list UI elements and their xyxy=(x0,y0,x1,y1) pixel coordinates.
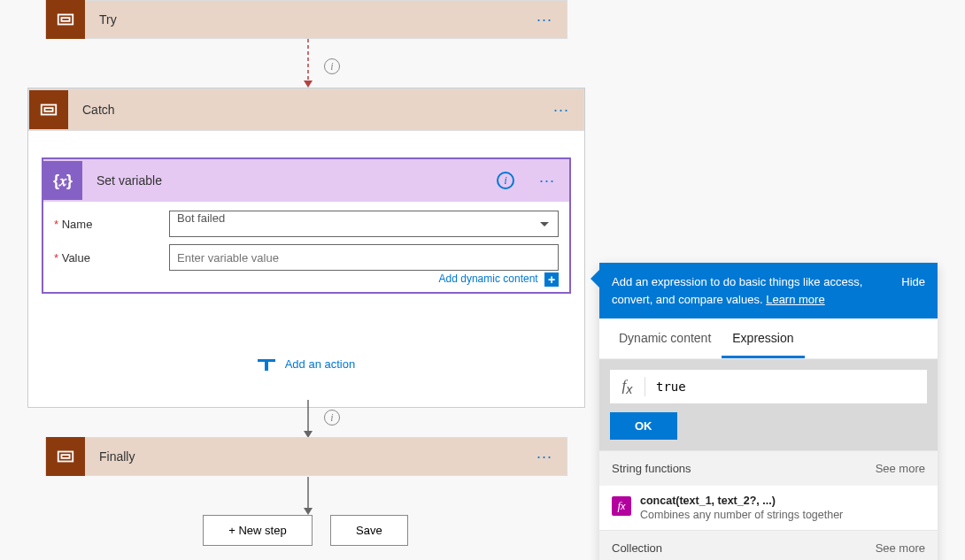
action-menu[interactable]: ··· xyxy=(525,172,569,190)
function-concat[interactable]: fx concat(text_1, text_2?, ...) Combines… xyxy=(599,486,938,530)
svg-marker-13 xyxy=(304,508,313,515)
scope-catch-header[interactable]: Catch ··· xyxy=(28,88,584,131)
expression-input[interactable] xyxy=(645,370,927,403)
variable-icon: {𝑥} xyxy=(43,161,82,200)
scope-catch-menu[interactable]: ··· xyxy=(539,101,583,119)
info-icon[interactable]: i xyxy=(497,172,514,189)
svg-rect-6 xyxy=(42,105,57,115)
add-dynamic-content-link[interactable]: Add dynamic content xyxy=(439,272,538,285)
scope-icon xyxy=(46,437,85,476)
ok-button[interactable]: OK xyxy=(610,412,677,440)
svg-rect-11 xyxy=(61,455,69,458)
expression-panel: Add an expression to do basic things lik… xyxy=(599,263,938,560)
svg-rect-7 xyxy=(44,108,52,111)
tab-expression[interactable]: Expression xyxy=(722,318,804,358)
category-string-functions: String functions See more xyxy=(599,450,938,486)
category-collection: Collection See more xyxy=(599,530,938,560)
expression-banner-text: Add an expression to do basic things lik… xyxy=(612,273,889,308)
add-dynamic-content-badge[interactable]: + xyxy=(544,272,559,287)
scope-try-title: Try xyxy=(85,12,522,27)
insert-icon xyxy=(258,359,275,372)
save-button[interactable]: Save xyxy=(330,515,408,546)
action-title: Set variable xyxy=(82,173,497,188)
scope-finally-title: Finally xyxy=(85,449,522,464)
info-icon[interactable]: i xyxy=(324,58,340,74)
new-step-button[interactable]: + New step xyxy=(203,515,312,546)
field-name-select[interactable]: Bot failed xyxy=(169,211,559,237)
scope-icon xyxy=(46,0,85,39)
field-value-label: * Value xyxy=(54,251,169,265)
see-more-link[interactable]: See more xyxy=(876,462,925,475)
svg-marker-5 xyxy=(304,81,313,88)
svg-rect-3 xyxy=(61,18,69,21)
scope-catch-title: Catch xyxy=(68,103,539,117)
svg-rect-2 xyxy=(58,15,73,25)
info-icon[interactable]: i xyxy=(324,410,340,426)
action-set-variable: {𝑥} Set variable i ··· * Name Bot failed xyxy=(42,157,571,294)
scope-icon xyxy=(29,90,68,129)
hide-button[interactable]: Hide xyxy=(901,273,925,308)
scope-try-menu[interactable]: ··· xyxy=(522,11,567,29)
scope-finally-menu[interactable]: ··· xyxy=(522,448,567,466)
see-more-link[interactable]: See more xyxy=(876,541,925,555)
callout-arrow-icon xyxy=(591,270,599,288)
svg-rect-10 xyxy=(58,452,73,462)
field-value-input[interactable] xyxy=(169,244,559,271)
field-name-label: * Name xyxy=(54,218,169,231)
fx-icon: fx xyxy=(612,496,631,516)
learn-more-link[interactable]: Learn more xyxy=(766,293,824,306)
tab-dynamic-content[interactable]: Dynamic content xyxy=(608,318,722,358)
action-header[interactable]: {𝑥} Set variable i ··· xyxy=(43,159,569,202)
fx-icon: fx xyxy=(610,377,645,396)
scope-catch: Catch ··· {𝑥} Set variable i ··· * Name … xyxy=(27,88,585,408)
expression-function-list[interactable]: String functions See more fx concat(text… xyxy=(599,450,938,560)
add-action-link[interactable]: Add an action xyxy=(258,357,355,371)
scope-try[interactable]: Try ··· xyxy=(45,0,567,39)
scope-finally[interactable]: Finally ··· xyxy=(45,437,567,476)
